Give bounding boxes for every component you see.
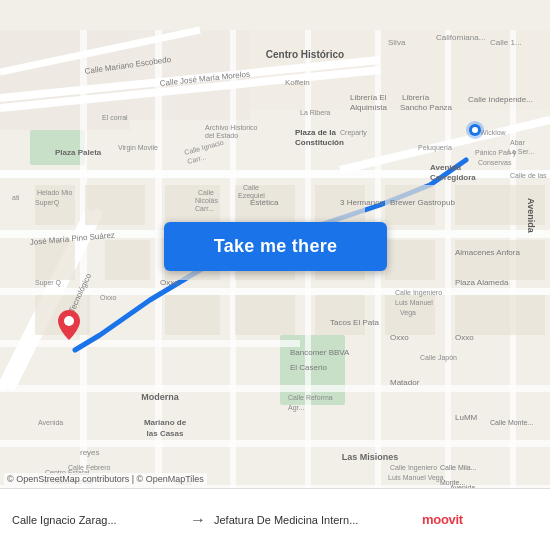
svg-text:Abar: Abar (510, 139, 525, 146)
svg-text:Peluquería: Peluquería (418, 144, 452, 152)
svg-text:Helado Mio: Helado Mio (37, 189, 73, 196)
app-container: Centro Histórico Moderna Mariano de las … (0, 0, 550, 550)
svg-text:Oxxo: Oxxo (160, 278, 179, 287)
svg-text:Las Misiones: Las Misiones (342, 452, 399, 462)
svg-text:Super Q: Super Q (35, 279, 62, 287)
svg-text:Calle: Calle (243, 184, 259, 191)
svg-text:SuperQ: SuperQ (35, 199, 60, 207)
svg-text:LuMM: LuMM (455, 413, 478, 422)
map-background: Centro Histórico Moderna Mariano de las … (0, 0, 550, 550)
svg-text:Calle Monte...: Calle Monte... (490, 419, 533, 426)
svg-text:Calle Ingeniero: Calle Ingeniero (390, 464, 437, 472)
svg-text:Silva: Silva (388, 38, 406, 47)
svg-text:Oxxo: Oxxo (100, 294, 116, 301)
svg-text:Corregidora: Corregidora (430, 173, 476, 182)
svg-text:Calle Ingeniero: Calle Ingeniero (395, 289, 442, 297)
bottom-bar: Calle Ignacio Zarag... → Jefatura De Med… (0, 488, 550, 550)
svg-text:del Estado: del Estado (205, 132, 238, 139)
svg-rect-17 (155, 30, 162, 520)
svg-text:Oxxo: Oxxo (390, 333, 409, 342)
take-me-there-button[interactable]: Take me there (164, 222, 387, 271)
svg-rect-42 (235, 295, 295, 335)
cta-button-container: Take me there (164, 222, 387, 271)
svg-rect-41 (165, 295, 220, 335)
svg-rect-34 (105, 240, 150, 280)
svg-text:Matador: Matador (390, 378, 420, 387)
svg-text:Avenida: Avenida (38, 419, 63, 426)
svg-text:reyes: reyes (80, 448, 100, 457)
svg-point-133 (472, 127, 478, 133)
svg-rect-45 (455, 295, 545, 335)
map-attribution: © OpenStreetMap contributors | © OpenMap… (4, 473, 207, 485)
svg-text:Luis Manuel: Luis Manuel (395, 299, 433, 306)
svg-text:ati: ati (12, 194, 20, 201)
svg-text:Constitución: Constitución (295, 138, 344, 147)
svg-text:3 Hermanos: 3 Hermanos (340, 198, 384, 207)
svg-rect-38 (385, 240, 435, 280)
origin-label: Calle Ignacio Zarag... (12, 514, 182, 526)
svg-text:Vega: Vega (400, 309, 416, 317)
svg-text:Californiana...: Californiana... (436, 33, 485, 42)
svg-text:Alquimista: Alquimista (350, 103, 387, 112)
svg-text:Avenida: Avenida (430, 163, 461, 172)
destination-label: Jefatura De Medicina Intern... (214, 514, 414, 526)
svg-text:Centro Histórico: Centro Histórico (266, 49, 344, 60)
svg-text:Bancomer BBVA: Bancomer BBVA (290, 348, 350, 357)
svg-text:Oxxo: Oxxo (455, 333, 474, 342)
svg-text:Sancho Panza: Sancho Panza (400, 103, 453, 112)
moovit-logo: moovit (422, 512, 463, 527)
svg-text:Carr...: Carr... (195, 205, 214, 212)
svg-rect-27 (85, 185, 145, 225)
svg-text:Mariano de: Mariano de (144, 418, 187, 427)
svg-text:El corral: El corral (102, 114, 128, 121)
svg-text:Calle Mila...: Calle Mila... (440, 464, 477, 471)
svg-text:Calle Reforma: Calle Reforma (288, 394, 333, 401)
svg-text:Luis Manuel Vega: Luis Manuel Vega (388, 474, 444, 482)
svg-text:Calle de las: Calle de las (510, 172, 547, 179)
svg-text:Tacos El Pata: Tacos El Pata (330, 318, 379, 327)
svg-text:La Ribera: La Ribera (300, 109, 330, 116)
svg-rect-19 (305, 30, 311, 520)
svg-text:El Caserio: El Caserio (290, 363, 327, 372)
destination-marker (466, 121, 484, 139)
arrow-icon: → (190, 511, 206, 529)
svg-text:Almacenes Anfora: Almacenes Anfora (455, 248, 520, 257)
moovit-brand-text: moovit (422, 512, 463, 527)
svg-text:Avenida: Avenida (526, 198, 536, 234)
svg-text:Plaza Paleta: Plaza Paleta (55, 148, 102, 157)
svg-text:Calle: Calle (198, 189, 214, 196)
svg-text:Estética: Estética (250, 198, 279, 207)
svg-text:Calle Japón: Calle Japón (420, 354, 457, 362)
svg-text:Conservas: Conservas (478, 159, 512, 166)
map-container: Centro Histórico Moderna Mariano de las … (0, 0, 550, 550)
svg-text:Calle 1...: Calle 1... (490, 38, 522, 47)
svg-rect-12 (0, 340, 300, 347)
svg-text:Brewer Gastropub: Brewer Gastropub (390, 198, 455, 207)
svg-text:Creparty: Creparty (340, 129, 367, 137)
origin-marker (58, 310, 80, 340)
svg-text:Plaza Alameda: Plaza Alameda (455, 278, 509, 287)
svg-text:Agr...: Agr... (288, 404, 304, 412)
svg-text:Koffein: Koffein (285, 78, 310, 87)
svg-text:Archivo Historico: Archivo Historico (205, 124, 258, 131)
svg-text:Virgin Movile: Virgin Movile (118, 144, 158, 152)
svg-text:Ezequiel: Ezequiel (238, 192, 265, 200)
svg-point-130 (64, 316, 74, 326)
svg-text:Calle Independe...: Calle Independe... (468, 95, 533, 104)
svg-rect-43 (315, 295, 365, 335)
svg-text:Calle Febrero: Calle Febrero (68, 464, 111, 471)
svg-text:Librería El: Librería El (350, 93, 387, 102)
svg-text:Librería: Librería (402, 93, 430, 102)
svg-rect-39 (455, 240, 545, 280)
svg-text:Plaza de la: Plaza de la (295, 128, 336, 137)
svg-text:Moderna: Moderna (141, 392, 179, 402)
svg-text:La Ser...: La Ser... (508, 148, 534, 155)
svg-text:las Casas: las Casas (147, 429, 184, 438)
svg-text:Nicolás: Nicolás (195, 197, 218, 204)
